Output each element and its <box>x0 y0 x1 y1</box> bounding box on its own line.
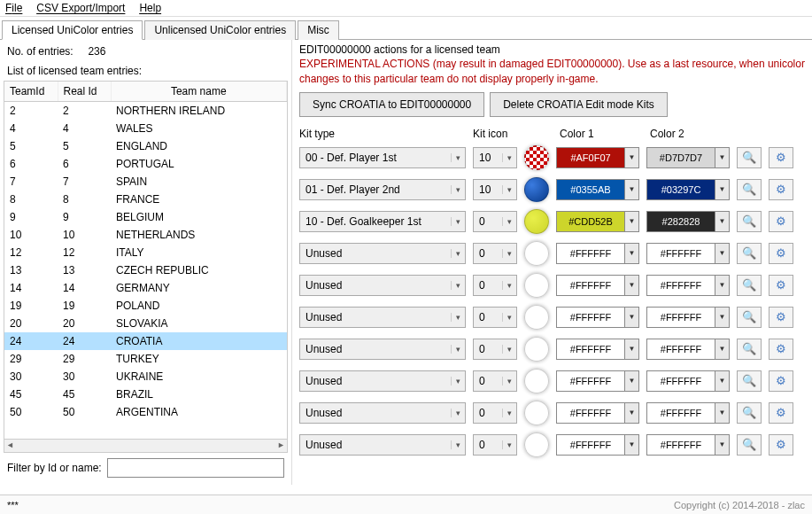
table-row[interactable]: 44WALES <box>4 120 287 137</box>
table-row[interactable]: 88FRANCE <box>4 191 287 208</box>
color1-picker[interactable]: #CDD52B▼ <box>556 211 639 232</box>
table-row[interactable]: 2424CROATIA <box>4 332 287 350</box>
table-row[interactable]: 1919POLAND <box>4 297 287 315</box>
menu-file[interactable]: File <box>5 2 22 14</box>
color2-picker[interactable]: #D7D7D7▼ <box>646 147 730 168</box>
table-row[interactable]: 1414GERMANY <box>4 279 287 297</box>
kit-icon-combo[interactable]: 0▾ <box>473 211 517 232</box>
color2-picker[interactable]: #FFFFFF▼ <box>646 339 730 360</box>
magnifier-icon: 🔍 <box>742 278 756 292</box>
search-button[interactable]: 🔍 <box>737 402 762 424</box>
color2-picker[interactable]: #FFFFFF▼ <box>646 402 730 424</box>
kit-icon-combo[interactable]: 0▾ <box>473 243 517 264</box>
color2-picker[interactable]: #FFFFFF▼ <box>646 307 730 328</box>
tab-unlicensed[interactable]: Unlicensed UniColor entries <box>144 20 296 40</box>
kit-type-combo[interactable]: Unused▾ <box>299 307 466 328</box>
kit-type-combo[interactable]: Unused▾ <box>299 402 466 424</box>
magnifier-icon: 🔍 <box>742 183 756 196</box>
col-teamname[interactable]: Team name <box>111 82 287 102</box>
table-row[interactable]: 5050ARGENTINA <box>4 403 287 421</box>
color1-picker[interactable]: #FFFFFF▼ <box>556 307 639 328</box>
kit-type-combo[interactable]: 01 - Def. Player 2nd▾ <box>299 179 466 200</box>
search-button[interactable]: 🔍 <box>737 339 762 360</box>
settings-button[interactable]: ⚙ <box>769 402 793 424</box>
table-row[interactable]: 66PORTUGAL <box>4 155 287 173</box>
kit-type-combo[interactable]: Unused▾ <box>299 370 466 392</box>
color2-picker[interactable]: #FFFFFF▼ <box>646 434 730 456</box>
settings-button[interactable]: ⚙ <box>769 275 793 296</box>
search-button[interactable]: 🔍 <box>737 275 762 296</box>
header-kittype: Kit type <box>299 128 466 140</box>
kit-type-combo[interactable]: Unused▾ <box>299 434 466 456</box>
color1-picker[interactable]: #FFFFFF▼ <box>556 370 639 392</box>
chevron-down-icon: ▾ <box>451 249 465 258</box>
settings-button[interactable]: ⚙ <box>769 370 793 392</box>
kit-icon-combo[interactable]: 0▾ <box>473 434 517 456</box>
color1-picker[interactable]: #FFFFFF▼ <box>556 339 639 360</box>
kit-type-combo[interactable]: 00 - Def. Player 1st▾ <box>299 147 466 168</box>
search-button[interactable]: 🔍 <box>737 147 762 168</box>
kit-icon-combo[interactable]: 10▾ <box>473 179 517 200</box>
chevron-down-icon: ▾ <box>502 185 516 194</box>
search-button[interactable]: 🔍 <box>737 370 762 392</box>
color1-picker[interactable]: #FFFFFF▼ <box>556 434 639 456</box>
kit-icon-combo[interactable]: 0▾ <box>473 275 517 296</box>
settings-button[interactable]: ⚙ <box>769 147 793 168</box>
search-button[interactable]: 🔍 <box>737 243 762 264</box>
color2-picker[interactable]: #FFFFFF▼ <box>646 243 730 264</box>
kit-type-combo[interactable]: Unused▾ <box>299 339 466 360</box>
kit-icon-combo[interactable]: 0▾ <box>473 402 517 424</box>
settings-button[interactable]: ⚙ <box>769 243 793 264</box>
col-teamid[interactable]: TeamId <box>4 82 58 102</box>
table-row[interactable]: 2929TURKEY <box>4 350 287 368</box>
tab-licensed[interactable]: Licensed UniColor entries <box>2 20 143 40</box>
search-button[interactable]: 🔍 <box>737 434 762 456</box>
sync-button[interactable]: Sync CROATIA to EDIT00000000 <box>299 92 484 117</box>
horizontal-scrollbar[interactable] <box>4 439 288 453</box>
settings-button[interactable]: ⚙ <box>769 211 793 232</box>
kit-icon-combo[interactable]: 0▾ <box>473 339 517 360</box>
color2-picker[interactable]: #FFFFFF▼ <box>646 370 730 392</box>
settings-button[interactable]: ⚙ <box>769 434 793 456</box>
table-row[interactable]: 3030UKRAINE <box>4 368 287 386</box>
table-row[interactable]: 77SPAIN <box>4 173 287 191</box>
menu-csv[interactable]: CSV Export/Import <box>36 2 125 14</box>
table-row[interactable]: 2020SLOVAKIA <box>4 315 287 332</box>
settings-button[interactable]: ⚙ <box>769 179 793 200</box>
kit-icon-combo[interactable]: 0▾ <box>473 307 517 328</box>
kit-type-combo[interactable]: Unused▾ <box>299 275 466 296</box>
col-realid[interactable]: Real Id <box>58 82 111 102</box>
search-button[interactable]: 🔍 <box>737 179 762 200</box>
table-row[interactable]: 1313CZECH REPUBLIC <box>4 261 287 279</box>
search-button[interactable]: 🔍 <box>737 211 762 232</box>
delete-button[interactable]: Delete CROATIA Edit mode Kits <box>490 92 668 117</box>
table-row[interactable]: 1212ITALY <box>4 244 287 261</box>
kit-type-combo[interactable]: Unused▾ <box>299 243 466 264</box>
table-row[interactable]: 4545BRAZIL <box>4 386 287 403</box>
kit-icon-combo[interactable]: 0▾ <box>473 370 517 392</box>
tab-misc[interactable]: Misc <box>298 20 339 40</box>
table-row[interactable]: 99BELGIUM <box>4 208 287 226</box>
team-table[interactable]: TeamId Real Id Team name 22NORTHERN IREL… <box>4 81 288 440</box>
kit-type-combo[interactable]: 10 - Def. Goalkeeper 1st▾ <box>299 211 466 232</box>
kit-icon-combo[interactable]: 10▾ <box>473 147 517 168</box>
table-row[interactable]: 22NORTHERN IRELAND <box>4 102 287 121</box>
color1-picker[interactable]: #AF0F07▼ <box>556 147 639 168</box>
color2-picker[interactable]: #FFFFFF▼ <box>646 275 730 296</box>
chevron-down-icon: ▾ <box>451 313 465 322</box>
search-button[interactable]: 🔍 <box>737 307 762 328</box>
filter-input[interactable] <box>107 458 284 478</box>
table-row[interactable]: 55ENGLAND <box>4 137 287 155</box>
table-row[interactable]: 1010NETHERLANDS <box>4 226 287 244</box>
color1-picker[interactable]: #FFFFFF▼ <box>556 243 639 264</box>
color2-picker[interactable]: #03297C▼ <box>646 179 730 200</box>
menu-help[interactable]: Help <box>139 2 161 14</box>
color2-picker[interactable]: #282828▼ <box>646 211 730 232</box>
color1-picker[interactable]: #0355AB▼ <box>556 179 639 200</box>
settings-button[interactable]: ⚙ <box>769 307 793 328</box>
color1-picker[interactable]: #FFFFFF▼ <box>556 402 639 424</box>
settings-button[interactable]: ⚙ <box>769 339 793 360</box>
chevron-down-icon: ▼ <box>624 212 638 231</box>
status-right: Copyright (c) 2014-2018 - zlac <box>674 500 805 510</box>
color1-picker[interactable]: #FFFFFF▼ <box>556 275 639 296</box>
